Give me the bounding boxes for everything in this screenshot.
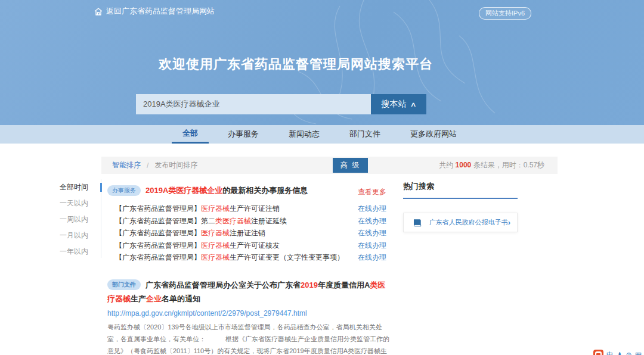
document-snippet: 粤药监办械〔2020〕139号各地级以上市市场监督管理局，各药品稽查办公室，省局… — [107, 321, 391, 355]
title-text: 【广东省药品监督管理局】 — [115, 253, 201, 261]
time-filter-0[interactable]: 全部时间 — [60, 179, 101, 195]
sort-bar: 智能排序 / 发布时间排序 高 级 共约 1000 条结果，用时：0.57秒 — [101, 157, 558, 174]
publish-time-sort-option[interactable]: 发布时间排序 — [154, 160, 197, 170]
service-results-block: 办事服务 2019A类医疗器械企业的最新相关办事服务信息 查看更多 【广东省药品… — [107, 185, 391, 264]
search-results: 办事服务 2019A类医疗器械企业的最新相关办事服务信息 查看更多 【广东省药品… — [107, 185, 391, 355]
title-text: 注册证延续 — [251, 217, 287, 225]
title-text: 注册证注销 — [230, 229, 265, 237]
time-filter-list: 全部时间一天以内一周以内一月以内一年以内 — [60, 179, 101, 258]
tab-4[interactable]: 更多政府网站 — [400, 125, 467, 144]
sort-separator: / — [147, 161, 148, 170]
highlighted-keyword: 医疗器械 — [201, 253, 230, 261]
tab-2[interactable]: 新闻动态 — [278, 125, 330, 144]
book-icon — [413, 219, 422, 227]
title-text: 的最新相关办事服务信息 — [222, 186, 308, 195]
service-block-header: 办事服务 2019A类医疗器械企业的最新相关办事服务信息 查看更多 — [107, 185, 391, 196]
service-result-row: 【广东省药品监督管理局】医疗器械生产许可证变更（文字性变更事项）在线办理 — [107, 251, 391, 264]
view-more-link[interactable]: 查看更多 — [358, 187, 386, 197]
highlighted-keyword: 医疗器械 — [201, 204, 230, 213]
page-title: 欢迎使用广东省药品监督管理局网站搜索平台 — [159, 55, 433, 73]
service-result-link[interactable]: 【广东省药品监督管理局】医疗器械注册证注销 — [107, 227, 265, 239]
ipv6-support-badge: 网站支持IPv6 — [479, 7, 531, 20]
service-result-row: 【广东省药品监督管理局】医疗器械生产许可证注销在线办理 — [107, 203, 391, 215]
globe-icon[interactable]: ⊕ — [626, 348, 632, 355]
service-result-row: 【广东省药品监督管理局】医疗器械注册证注销在线办理 — [107, 227, 391, 239]
page-header: 返回广东省药品监督管理局网站 网站支持IPv6 欢迎使用广东省药品监督管理局网站… — [0, 0, 644, 125]
title-text: 名单的通知 — [162, 294, 200, 303]
document-title-text: 广东省药品监督管理局办公室关于公布广东省2019年度质量信用A类医疗器械生产企业… — [107, 281, 385, 303]
time-filter-1[interactable]: 一天以内 — [60, 195, 101, 211]
advanced-search-button[interactable]: 高 级 — [333, 158, 368, 173]
highlighted-keyword: 企业 — [146, 294, 162, 303]
home-icon — [94, 8, 103, 15]
service-item-list: 【广东省药品监督管理局】医疗器械生产许可证注销在线办理【广东省药品监督管理局】第… — [107, 203, 391, 264]
document-category-badge: 部门文件 — [107, 279, 141, 290]
title-text: 【广东省药品监督管理局】 — [115, 241, 201, 250]
title-text: 【广东省药品监督管理局】第二 — [115, 217, 215, 225]
search-button-label: 搜本站 — [381, 99, 406, 110]
title-text: 生产 — [131, 294, 146, 303]
back-to-site-link[interactable]: 返回广东省药品监督管理局网站 — [94, 6, 215, 17]
online-handle-link[interactable]: 在线办理 — [358, 203, 386, 215]
service-result-row: 【广东省药品监督管理局】第二类医疗器械注册证延续在线办理 — [107, 215, 391, 228]
result-count: 1000 — [456, 161, 472, 169]
search-bar: 搜本站 ∧ — [136, 94, 426, 114]
title-text: 【广东省药品监督管理局】 — [115, 204, 201, 213]
online-handle-link[interactable]: 在线办理 — [358, 215, 386, 228]
document-result-title[interactable]: 部门文件广东省药品监督管理局办公室关于公布广东省2019年度质量信用A类医疗器械… — [107, 278, 391, 306]
stats-prefix: 共约 — [439, 161, 455, 169]
title-text: 【广东省药品监督管理局】 — [115, 229, 201, 237]
service-result-row: 【广东省药品监督管理局】医疗器械生产许可证核发在线办理 — [107, 239, 391, 252]
title-text: 年度质量信用A — [318, 281, 370, 289]
back-link-label: 返回广东省药品监督管理局网站 — [106, 6, 215, 17]
highlighted-keyword: 医疗器械 — [201, 241, 230, 250]
hot-search-heading: 热门搜索 — [403, 181, 518, 199]
person-icon[interactable]: ♟ — [617, 348, 623, 355]
title-text: 生产许可证变更（文字性变更事项） — [230, 253, 344, 261]
tab-3[interactable]: 部门文件 — [339, 125, 391, 144]
tab-bar: 全部办事服务新闻动态部门文件更多政府网站 — [0, 125, 644, 144]
search-platform-page: 返回广东省药品监督管理局网站 网站支持IPv6 欢迎使用广东省药品监督管理局网站… — [0, 0, 644, 355]
title-text: 生产许可证核发 — [230, 241, 280, 250]
service-result-link[interactable]: 【广东省药品监督管理局】医疗器械生产许可证变更（文字性变更事项） — [107, 251, 344, 264]
tab-0[interactable]: 全部 — [172, 125, 209, 144]
smart-sort-option[interactable]: 智能排序 — [112, 160, 141, 170]
grid-icon[interactable]: ▦ — [635, 348, 642, 355]
service-block-title[interactable]: 2019A类医疗器械企业的最新相关办事服务信息 — [145, 185, 308, 196]
online-handle-link[interactable]: 在线办理 — [358, 239, 386, 252]
gazette-ebook-label: 广东省人民政府公报电子书 — [429, 218, 508, 227]
highlighted-keyword: 2019 — [301, 281, 318, 289]
search-site-button[interactable]: 搜本站 ∧ — [371, 94, 426, 114]
highlighted-keyword: 医疗器械 — [201, 229, 230, 237]
title-text: 生产许可证注销 — [230, 204, 280, 213]
search-input[interactable] — [136, 94, 371, 114]
title-text: 广东省药品监督管理局办公室关于公布广东省 — [145, 281, 301, 289]
chevron-right-icon: › — [508, 218, 510, 227]
online-handle-link[interactable]: 在线办理 — [358, 227, 386, 239]
tab-1[interactable]: 办事服务 — [217, 125, 270, 144]
service-category-badge: 办事服务 — [107, 185, 141, 196]
highlighted-keyword: 类医疗器械 — [215, 217, 251, 225]
chevron-up-icon: ∧ — [410, 101, 417, 108]
service-result-link[interactable]: 【广东省药品监督管理局】医疗器械生产许可证注销 — [107, 203, 280, 215]
time-filter-3[interactable]: 一月以内 — [60, 228, 101, 244]
hot-search-sidebar: 热门搜索 广东省人民政府公报电子书 › — [403, 181, 518, 232]
service-result-link[interactable]: 【广东省药品监督管理局】医疗器械生产许可证核发 — [107, 239, 280, 252]
highlighted-keyword: 2019A类医疗器械企业 — [145, 186, 222, 195]
document-url-link[interactable]: http://mpa.gd.gov.cn/gkmlpt/content/2/29… — [107, 309, 307, 317]
overlay-toolbar-clipped: 电 ♟ ⊕ ▦ — [593, 348, 642, 355]
result-stats: 共约 1000 条结果，用时：0.57秒 — [439, 160, 544, 170]
stats-suffix: 条结果，用时：0.57秒 — [471, 161, 544, 169]
time-filter-2[interactable]: 一周以内 — [60, 211, 101, 228]
gazette-ebook-card[interactable]: 广东省人民政府公报电子书 › — [403, 213, 518, 232]
computer-icon[interactable]: 电 — [606, 348, 614, 355]
online-handle-link[interactable]: 在线办理 — [358, 251, 386, 264]
service-result-link[interactable]: 【广东省药品监督管理局】第二类医疗器械注册证延续 — [107, 215, 287, 228]
snipping-logo[interactable] — [593, 350, 603, 355]
document-results-block: 部门文件广东省药品监督管理局办公室关于公布广东省2019年度质量信用A类医疗器械… — [107, 278, 391, 355]
time-filter-4[interactable]: 一年以内 — [60, 244, 101, 260]
